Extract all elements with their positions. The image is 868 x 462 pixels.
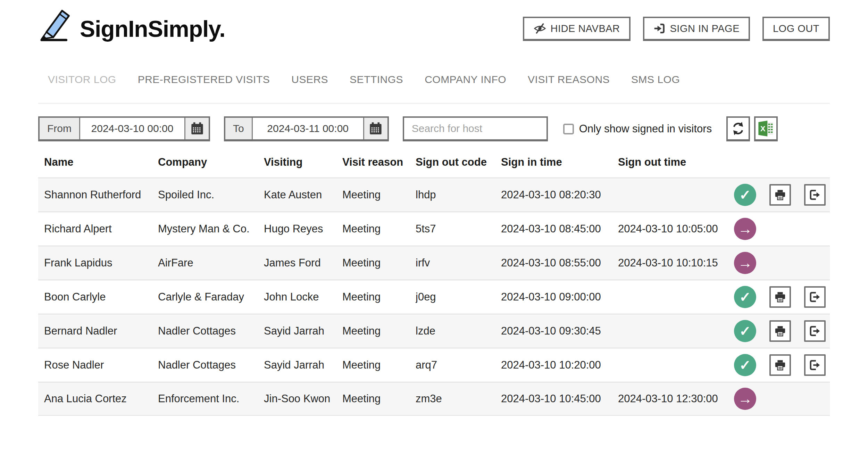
print-badge-button[interactable] xyxy=(769,320,791,342)
log-out-button[interactable]: LOG OUT xyxy=(762,17,830,41)
sign-out-icon xyxy=(809,325,821,337)
svg-text:X: X xyxy=(760,124,766,133)
col-header-actions xyxy=(734,156,830,168)
visitor-visit-reason: Meeting xyxy=(342,393,416,405)
signed-out-arrow-icon: → xyxy=(734,218,756,240)
tab-settings[interactable]: SETTINGS xyxy=(350,74,403,85)
printer-icon xyxy=(774,325,786,337)
from-date-input[interactable] xyxy=(80,118,184,139)
tab-company-info[interactable]: COMPANY INFO xyxy=(425,74,506,85)
visitor-visiting: John Locke xyxy=(264,291,342,303)
visitor-sign-in-time: 2024-03-10 08:45:00 xyxy=(501,223,618,235)
search-host-input[interactable] xyxy=(403,116,548,141)
to-date-input[interactable] xyxy=(253,118,363,139)
printer-icon xyxy=(774,291,786,303)
calendar-icon xyxy=(190,122,204,135)
nav-divider xyxy=(38,103,830,104)
visitor-sign-out-code: arq7 xyxy=(416,359,501,371)
export-excel-button[interactable]: X xyxy=(754,116,778,141)
visitor-name: Rose Nadler xyxy=(38,359,158,371)
hide-navbar-label: HIDE NAVBAR xyxy=(551,23,620,34)
visitor-visit-reason: Meeting xyxy=(342,189,416,201)
visitor-sign-in-time: 2024-03-10 10:45:00 xyxy=(501,393,618,405)
sign-out-visitor-button[interactable] xyxy=(804,354,826,376)
visitor-sign-out-time: 2024-03-10 10:10:15 xyxy=(618,257,734,269)
visitor-sign-in-time: 2024-03-10 09:30:45 xyxy=(501,325,618,337)
visitor-company: Nadler Cottages xyxy=(158,325,264,337)
table-body: Shannon Rutherford Spoiled Inc. Kate Aus… xyxy=(38,178,830,416)
signed-out-arrow-icon: → xyxy=(734,252,756,274)
table-row: Richard Alpert Mystery Man & Co. Hugo Re… xyxy=(38,212,830,246)
visitor-sign-out-code: j0eg xyxy=(416,291,501,303)
visitor-visit-reason: Meeting xyxy=(342,291,416,303)
from-date-group: From xyxy=(38,116,210,141)
visitor-visiting: Sayid Jarrah xyxy=(264,325,342,337)
eye-slash-icon xyxy=(533,22,546,35)
only-signed-in-checkbox[interactable] xyxy=(563,124,574,134)
visitor-sign-out-code: zm3e xyxy=(416,393,501,405)
sign-in-arrow-icon xyxy=(653,22,666,35)
sign-out-icon xyxy=(809,359,821,371)
table-row: Rose Nadler Nadler Cottages Sayid Jarrah… xyxy=(38,348,830,382)
table-row: Bernard Nadler Nadler Cottages Sayid Jar… xyxy=(38,314,830,348)
visitor-sign-out-code: irfv xyxy=(416,257,501,269)
pen-icon xyxy=(38,5,79,43)
visitor-log-page: SignInSimply. HIDE NAVBAR SIGN IN PAGE xyxy=(0,0,868,416)
print-badge-button[interactable] xyxy=(769,184,791,206)
visitor-company: Mystery Man & Co. xyxy=(158,223,264,235)
visitor-sign-in-time: 2024-03-10 09:00:00 xyxy=(501,291,618,303)
brand-logo[interactable]: SignInSimply. xyxy=(38,5,225,43)
table-row: Frank Lapidus AirFare James Ford Meeting… xyxy=(38,246,830,280)
col-header-name: Name xyxy=(38,156,158,168)
filter-bar: From To xyxy=(38,116,830,141)
print-badge-button[interactable] xyxy=(769,286,791,308)
hide-navbar-button[interactable]: HIDE NAVBAR xyxy=(523,17,631,41)
visitor-visiting: Sayid Jarrah xyxy=(264,359,342,371)
row-actions: ✓ xyxy=(734,286,830,308)
table-header-row: Name Company Visiting Visit reason Sign … xyxy=(38,141,830,178)
visitor-visiting: James Ford xyxy=(264,257,342,269)
visitor-name: Boon Carlyle xyxy=(38,291,158,303)
from-calendar-button[interactable] xyxy=(184,118,209,139)
visitor-company: AirFare xyxy=(158,257,264,269)
visitor-sign-out-time: 2024-03-10 10:05:00 xyxy=(618,223,734,235)
tab-visitor-log[interactable]: VISITOR LOG xyxy=(48,74,116,85)
visitor-company: Spoiled Inc. xyxy=(158,189,264,201)
brand-name: SignInSimply. xyxy=(80,17,225,43)
from-label: From xyxy=(40,118,80,139)
print-badge-button[interactable] xyxy=(769,354,791,376)
signed-in-check-icon: ✓ xyxy=(734,320,756,342)
col-header-company: Company xyxy=(158,156,264,168)
tab-pre-registered-visits[interactable]: PRE-REGISTERED VISITS xyxy=(138,74,270,85)
refresh-button[interactable] xyxy=(726,116,750,141)
tab-users[interactable]: USERS xyxy=(291,74,328,85)
sign-out-visitor-button[interactable] xyxy=(804,184,826,206)
header-actions: HIDE NAVBAR SIGN IN PAGE LOG OUT xyxy=(523,17,830,41)
to-date-group: To xyxy=(224,116,389,141)
visitor-visiting: Hugo Reyes xyxy=(264,223,342,235)
signed-in-check-icon: ✓ xyxy=(734,184,756,206)
main-nav: VISITOR LOG PRE-REGISTERED VISITS USERS … xyxy=(48,74,830,85)
visitor-company: Enforcement Inc. xyxy=(158,393,264,405)
table-row: Shannon Rutherford Spoiled Inc. Kate Aus… xyxy=(38,178,830,212)
sign-in-page-button[interactable]: SIGN IN PAGE xyxy=(643,17,750,41)
excel-icon: X xyxy=(757,119,775,138)
row-actions: ✓ xyxy=(734,354,830,376)
sign-out-visitor-button[interactable] xyxy=(804,286,826,308)
table-row: Boon Carlyle Carlyle & Faraday John Lock… xyxy=(38,280,830,314)
visitor-visit-reason: Meeting xyxy=(342,359,416,371)
to-calendar-button[interactable] xyxy=(363,118,387,139)
tab-visit-reasons[interactable]: VISIT REASONS xyxy=(528,74,610,85)
tab-sms-log[interactable]: SMS LOG xyxy=(631,74,680,85)
col-header-sign-in-time: Sign in time xyxy=(501,156,618,168)
visitor-sign-out-code: lhdp xyxy=(416,189,501,201)
log-out-label: LOG OUT xyxy=(773,23,819,34)
refresh-icon xyxy=(731,121,746,136)
col-header-visiting: Visiting xyxy=(264,156,342,168)
visitor-sign-out-code: 5ts7 xyxy=(416,223,501,235)
visitor-name: Ana Lucia Cortez xyxy=(38,393,158,405)
visitor-sign-out-time: 2024-03-10 12:30:00 xyxy=(618,393,734,405)
sign-out-visitor-button[interactable] xyxy=(804,320,826,342)
col-header-sign-out-code: Sign out code xyxy=(416,156,501,168)
calendar-icon xyxy=(369,122,383,135)
